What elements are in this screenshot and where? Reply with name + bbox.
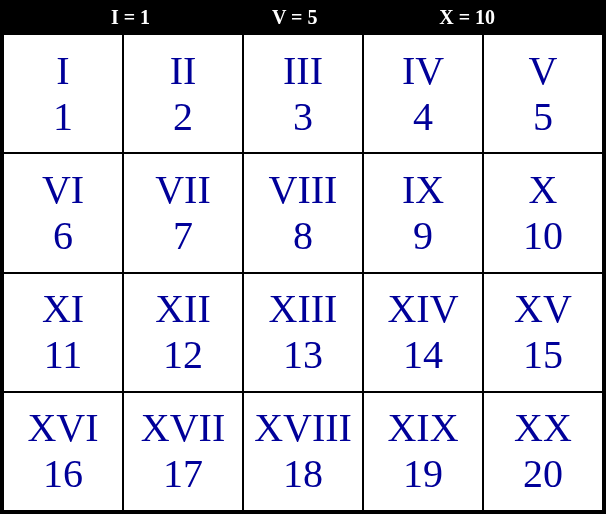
cell-16: XVI16 — [3, 392, 123, 511]
roman: II — [170, 48, 197, 94]
arabic: 20 — [523, 451, 563, 497]
cell-6: VI6 — [3, 153, 123, 272]
cell-5: V5 — [483, 34, 603, 153]
cell-4: IV4 — [363, 34, 483, 153]
roman: IV — [402, 48, 444, 94]
cell-12: XII12 — [123, 273, 243, 392]
roman: VIII — [269, 167, 338, 213]
roman: III — [283, 48, 323, 94]
arabic: 13 — [283, 332, 323, 378]
arabic: 4 — [413, 94, 433, 140]
arabic: 15 — [523, 332, 563, 378]
arabic: 11 — [44, 332, 83, 378]
roman: VII — [155, 167, 211, 213]
roman: VI — [42, 167, 84, 213]
roman: XVIII — [254, 405, 352, 451]
roman: XV — [514, 286, 572, 332]
cell-2: II2 — [123, 34, 243, 153]
cell-20: XX20 — [483, 392, 603, 511]
arabic: 8 — [293, 213, 313, 259]
cell-7: VII7 — [123, 153, 243, 272]
cell-18: XVIII18 — [243, 392, 363, 511]
arabic: 12 — [163, 332, 203, 378]
legend-bar: I = 1 V = 5 X = 10 — [0, 0, 606, 34]
roman: XVI — [27, 405, 98, 451]
arabic: 2 — [173, 94, 193, 140]
roman: XI — [42, 286, 84, 332]
cell-11: XI11 — [3, 273, 123, 392]
cell-8: VIII8 — [243, 153, 363, 272]
cell-15: XV15 — [483, 273, 603, 392]
cell-19: XIX19 — [363, 392, 483, 511]
arabic: 10 — [523, 213, 563, 259]
arabic: 9 — [413, 213, 433, 259]
roman: XIX — [387, 405, 458, 451]
cell-17: XVII17 — [123, 392, 243, 511]
cell-3: III3 — [243, 34, 363, 153]
roman: XVII — [141, 405, 225, 451]
cell-1: I1 — [3, 34, 123, 153]
arabic: 7 — [173, 213, 193, 259]
arabic: 18 — [283, 451, 323, 497]
roman: XIII — [269, 286, 338, 332]
roman: XX — [514, 405, 572, 451]
arabic: 19 — [403, 451, 443, 497]
arabic: 14 — [403, 332, 443, 378]
arabic: 3 — [293, 94, 313, 140]
arabic: 16 — [43, 451, 83, 497]
cell-10: X10 — [483, 153, 603, 272]
arabic: 6 — [53, 213, 73, 259]
arabic: 5 — [533, 94, 553, 140]
roman: XII — [155, 286, 211, 332]
roman: IX — [402, 167, 444, 213]
numeral-grid: I1 II2 III3 IV4 V5 VI6 VII7 VIII8 IX9 X1… — [0, 34, 606, 514]
legend-i: I = 1 — [111, 6, 150, 29]
roman: V — [529, 48, 558, 94]
legend-v: V = 5 — [272, 6, 317, 29]
cell-14: XIV14 — [363, 273, 483, 392]
roman: XIV — [387, 286, 458, 332]
cell-13: XIII13 — [243, 273, 363, 392]
arabic: 1 — [53, 94, 73, 140]
arabic: 17 — [163, 451, 203, 497]
roman: X — [529, 167, 558, 213]
roman: I — [56, 48, 69, 94]
cell-9: IX9 — [363, 153, 483, 272]
legend-x: X = 10 — [439, 6, 495, 29]
